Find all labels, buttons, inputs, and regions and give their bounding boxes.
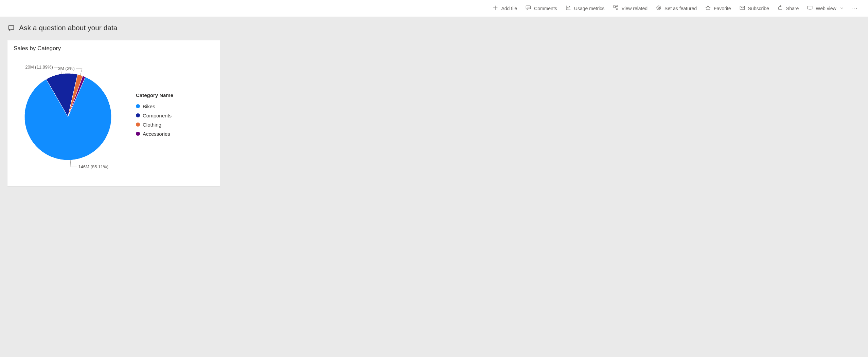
data-label-clothing: 3M (2%) bbox=[58, 66, 75, 71]
svg-point-3 bbox=[527, 7, 528, 7]
legend-label: Accessories bbox=[143, 131, 170, 137]
dashboard-canvas: Sales by Category 146M (85.11%) 20M (11.… bbox=[0, 34, 868, 192]
svg-point-13 bbox=[658, 7, 659, 8]
legend-item-bikes[interactable]: Bikes bbox=[136, 104, 173, 109]
legend-title: Category Name bbox=[136, 92, 173, 98]
add-tile-button[interactable]: Add tile bbox=[488, 0, 521, 17]
svg-line-9 bbox=[616, 6, 617, 7]
legend-swatch bbox=[136, 113, 140, 117]
web-view-button[interactable]: Web view bbox=[803, 0, 848, 17]
pie-chart[interactable] bbox=[24, 73, 112, 161]
envelope-icon bbox=[739, 5, 745, 12]
share-icon bbox=[777, 5, 783, 12]
comment-bubble-icon bbox=[525, 5, 531, 12]
tile-title: Sales by Category bbox=[14, 45, 214, 52]
target-icon bbox=[656, 5, 662, 12]
qna-row bbox=[0, 17, 868, 34]
qna-input[interactable] bbox=[18, 23, 149, 34]
view-related-label: View related bbox=[621, 6, 648, 11]
legend-label: Bikes bbox=[143, 104, 155, 109]
legend-swatch bbox=[136, 123, 140, 127]
data-label-bikes: 146M (85.11%) bbox=[78, 164, 108, 169]
speech-bubble-icon bbox=[7, 24, 15, 33]
legend-swatch bbox=[136, 104, 140, 108]
star-icon bbox=[705, 5, 711, 12]
favorite-button[interactable]: Favorite bbox=[701, 0, 735, 17]
favorite-label: Favorite bbox=[714, 6, 731, 11]
pie-chart-area: 146M (85.11%) 20M (11.89%) 3M (2%) bbox=[14, 52, 122, 177]
view-related-button[interactable]: View related bbox=[608, 0, 652, 17]
usage-metrics-label: Usage metrics bbox=[574, 6, 604, 11]
comments-label: Comments bbox=[534, 6, 557, 11]
svg-rect-6 bbox=[614, 6, 616, 7]
usage-metrics-button[interactable]: Usage metrics bbox=[561, 0, 608, 17]
svg-point-4 bbox=[528, 7, 529, 7]
legend-item-accessories[interactable]: Accessories bbox=[136, 131, 173, 137]
legend-item-components[interactable]: Components bbox=[136, 113, 173, 118]
subscribe-label: Subscribe bbox=[748, 6, 769, 11]
monitor-icon bbox=[807, 5, 813, 12]
svg-point-7 bbox=[617, 6, 618, 7]
svg-rect-16 bbox=[808, 6, 812, 9]
legend-swatch bbox=[136, 132, 140, 136]
svg-line-10 bbox=[616, 7, 617, 9]
legend: Category Name Bikes Components Clothing … bbox=[136, 92, 173, 137]
tile-body: 146M (85.11%) 20M (11.89%) 3M (2%) Categ… bbox=[14, 52, 214, 177]
web-view-label: Web view bbox=[816, 6, 836, 11]
ellipsis-icon: ··· bbox=[851, 5, 858, 12]
view-related-icon bbox=[613, 5, 619, 12]
svg-point-8 bbox=[617, 9, 618, 10]
plus-icon bbox=[492, 5, 498, 12]
set-featured-label: Set as featured bbox=[665, 6, 697, 11]
svg-marker-14 bbox=[706, 5, 710, 10]
sales-by-category-tile[interactable]: Sales by Category 146M (85.11%) 20M (11.… bbox=[7, 40, 220, 186]
legend-label: Clothing bbox=[143, 122, 161, 128]
svg-point-5 bbox=[529, 7, 530, 7]
share-label: Share bbox=[786, 6, 799, 11]
svg-line-18 bbox=[70, 160, 71, 167]
legend-item-clothing[interactable]: Clothing bbox=[136, 122, 173, 128]
subscribe-button[interactable]: Subscribe bbox=[735, 0, 773, 17]
add-tile-label: Add tile bbox=[501, 6, 517, 11]
chevron-down-icon bbox=[839, 6, 844, 11]
more-options-button[interactable]: ··· bbox=[848, 0, 861, 17]
legend-label: Components bbox=[143, 113, 172, 118]
dashboard-toolbar: Add tile Comments Usage metrics View rel… bbox=[0, 0, 868, 17]
data-label-components: 20M (11.89%) bbox=[25, 64, 53, 70]
svg-rect-15 bbox=[740, 6, 745, 10]
set-featured-button[interactable]: Set as featured bbox=[652, 0, 701, 17]
share-button[interactable]: Share bbox=[773, 0, 803, 17]
comments-button[interactable]: Comments bbox=[521, 0, 561, 17]
line-chart-icon bbox=[565, 5, 571, 12]
